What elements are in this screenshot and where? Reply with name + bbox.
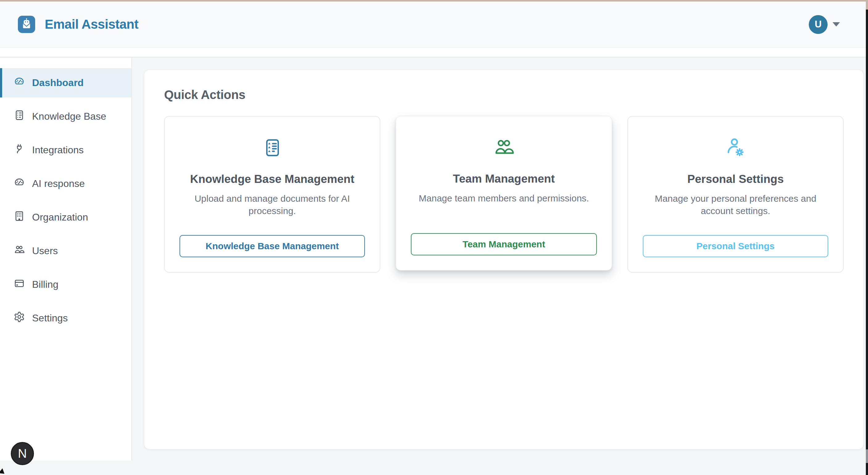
plug-icon <box>13 143 25 157</box>
card-description: Upload and manage documents for AI proce… <box>180 192 365 217</box>
mouse-cursor <box>0 468 6 475</box>
page-title: Quick Actions <box>164 88 844 102</box>
sidebar-item-integrations[interactable]: Integrations <box>0 135 131 165</box>
card-personal-settings: Personal Settings Manage your personal p… <box>627 116 844 273</box>
main-area: Quick Actions <box>133 58 866 475</box>
sidebar-item-billing[interactable]: Billing <box>0 270 131 299</box>
sidebar-item-label: Users <box>32 245 58 257</box>
dev-badge[interactable]: N <box>11 442 34 465</box>
gauge-icon <box>13 76 25 90</box>
sidebar-item-users[interactable]: Users <box>0 236 131 265</box>
card-title: Personal Settings <box>687 173 784 186</box>
personal-settings-button[interactable]: Personal Settings <box>643 235 828 257</box>
card-title: Knowledge Base Management <box>190 173 354 186</box>
window-corner-edge <box>866 2 868 9</box>
credit-card-icon <box>13 278 25 291</box>
sidebar-item-label: Integrations <box>32 144 84 156</box>
header-divider-band <box>0 48 866 57</box>
card-knowledge-base: Knowledge Base Management Upload and man… <box>164 116 380 273</box>
header: Email Assistant U <box>0 2 866 48</box>
user-menu[interactable]: U <box>809 15 840 34</box>
building-icon <box>13 210 25 224</box>
app-logo <box>18 16 35 33</box>
sidebar-item-knowledge-base[interactable]: Knowledge Base <box>0 102 131 131</box>
app-title: Email Assistant <box>45 17 138 32</box>
robot-mail-icon <box>20 17 33 31</box>
sidebar-item-settings[interactable]: Settings <box>0 304 131 333</box>
sidebar-item-dashboard[interactable]: Dashboard <box>0 68 131 97</box>
sidebar-item-label: Dashboard <box>32 77 84 89</box>
sidebar-item-label: Settings <box>32 312 68 324</box>
notebook-icon <box>13 109 25 123</box>
window-top-edge <box>0 0 868 2</box>
card-description: Manage team members and permissions. <box>419 192 589 204</box>
avatar[interactable]: U <box>809 15 828 34</box>
knowledge-base-management-button[interactable]: Knowledge Base Management <box>180 235 365 257</box>
chevron-down-icon[interactable] <box>833 22 840 27</box>
card-description: Manage your personal preferences and acc… <box>643 192 828 217</box>
sidebar-item-label: Knowledge Base <box>32 111 106 122</box>
sidebar-item-label: AI response <box>32 178 85 189</box>
scrollbar-track[interactable] <box>866 2 868 475</box>
users-icon <box>13 244 25 258</box>
card-title: Team Management <box>453 172 555 185</box>
sidebar-item-ai-response[interactable]: AI response <box>0 169 131 198</box>
sidebar: Dashboard Knowledge Base <box>0 58 132 461</box>
app-screen: Email Assistant U Dashboard <box>0 0 868 475</box>
user-gear-icon <box>724 137 747 159</box>
sidebar-item-label: Organization <box>32 212 88 223</box>
team-icon <box>492 137 516 158</box>
quick-actions-row: Knowledge Base Management Upload and man… <box>164 116 844 273</box>
notebook-icon <box>262 137 283 159</box>
sidebar-item-organization[interactable]: Organization <box>0 203 131 232</box>
gauge-icon <box>13 177 25 191</box>
gear-icon <box>13 311 25 325</box>
content-panel: Quick Actions <box>144 70 864 449</box>
team-management-button[interactable]: Team Management <box>411 233 597 255</box>
card-team-management: Team Management Manage team members and … <box>396 116 612 271</box>
sidebar-item-label: Billing <box>32 279 58 290</box>
scrollbar-thumb[interactable] <box>866 449 868 463</box>
